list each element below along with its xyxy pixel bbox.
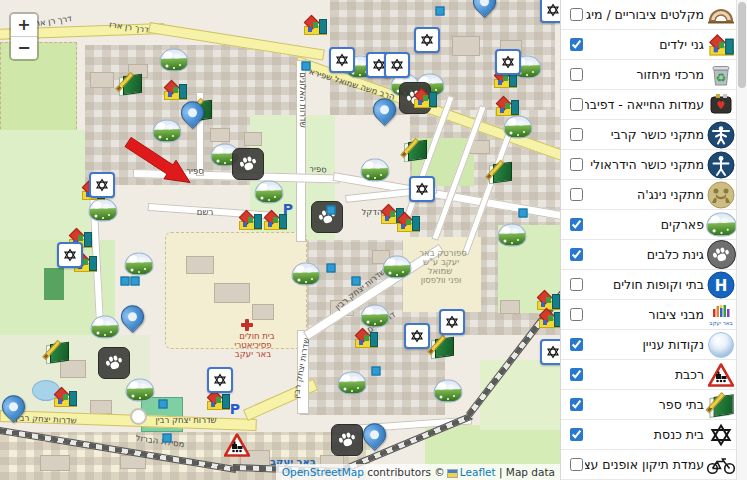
park-marker[interactable] [125, 253, 154, 276]
layer-checkbox[interactable] [570, 428, 583, 441]
kindergarten-marker[interactable] [413, 89, 437, 107]
layer-row-14[interactable]: בית כנסת [561, 420, 737, 450]
synagogue-marker[interactable] [207, 367, 233, 393]
poi-node[interactable] [121, 277, 130, 286]
layer-checkbox[interactable] [570, 68, 583, 81]
kindergarten-marker[interactable] [53, 388, 77, 406]
park-marker[interactable] [361, 305, 390, 328]
railway-crossing-marker[interactable] [224, 433, 250, 461]
synagogue-marker[interactable] [404, 323, 430, 349]
pin-marker[interactable] [120, 304, 144, 334]
pin-marker[interactable] [362, 422, 386, 452]
poi-node[interactable] [327, 206, 336, 215]
park-marker[interactable] [255, 181, 284, 204]
layer-checkbox[interactable] [570, 38, 583, 51]
kindergarten-marker[interactable] [538, 309, 560, 327]
layer-checkbox[interactable] [570, 8, 583, 21]
layer-row-6[interactable]: מתקני נינג'ה [561, 180, 737, 210]
kindergarten-marker[interactable] [495, 97, 519, 115]
park-marker[interactable] [361, 159, 390, 182]
layer-checkbox[interactable] [570, 188, 583, 201]
school-marker[interactable] [117, 72, 143, 96]
poi-node[interactable] [519, 209, 528, 218]
park-marker[interactable] [91, 316, 120, 339]
parking-label[interactable]: P [230, 399, 240, 418]
layer-row-13[interactable]: בתי ספר [561, 390, 737, 420]
synagogue-marker[interactable] [414, 27, 440, 53]
park-marker[interactable] [383, 256, 412, 279]
synagogue-marker[interactable] [439, 309, 465, 335]
layer-row-11[interactable]: נקודות עניין [561, 330, 737, 360]
park-marker[interactable] [126, 379, 155, 402]
layer-checkbox[interactable] [570, 368, 583, 381]
dog-park-marker[interactable] [232, 148, 264, 180]
layer-row-4[interactable]: מתקני כושר קרבי [561, 120, 737, 150]
synagogue-marker[interactable] [329, 47, 355, 73]
synagogue-marker[interactable] [409, 176, 435, 202]
dog-park-marker[interactable] [331, 424, 363, 456]
kindergarten-marker[interactable] [303, 16, 327, 34]
leaflet-link[interactable]: Leaflet [460, 466, 496, 478]
zoom-out-button[interactable]: − [11, 37, 37, 59]
layer-row-2[interactable]: מרכזי מיחזור♻ [561, 60, 737, 90]
school-marker[interactable] [487, 160, 513, 184]
kindergarten-marker[interactable] [163, 81, 187, 99]
park-marker[interactable] [160, 49, 189, 72]
kindergarten-marker[interactable] [354, 329, 378, 347]
layer-checkbox[interactable] [570, 308, 583, 321]
poi-node[interactable] [163, 434, 172, 443]
kindergarten-marker[interactable] [536, 291, 560, 309]
layer-row-1[interactable]: גני ילדים [561, 30, 737, 60]
park-marker[interactable] [434, 380, 463, 403]
layer-row-9[interactable]: בתי וקופות חוליםH [561, 270, 737, 300]
layer-row-7[interactable]: פארקים [561, 210, 737, 240]
park-marker[interactable] [504, 116, 533, 139]
layer-checkbox[interactable] [570, 128, 583, 141]
layer-checkbox[interactable] [570, 218, 583, 231]
osm-link[interactable]: OpenStreetMap [282, 466, 364, 478]
layer-checkbox[interactable] [570, 398, 583, 411]
layer-checkbox[interactable] [570, 158, 583, 171]
kindergarten-marker[interactable] [238, 211, 262, 229]
synagogue-marker[interactable] [540, 0, 560, 23]
layer-checkbox[interactable] [570, 458, 583, 471]
layer-checkbox[interactable] [570, 338, 583, 351]
park-marker[interactable] [153, 120, 182, 143]
layer-row-12[interactable]: רכבת [561, 360, 737, 390]
kindergarten-marker[interactable] [396, 213, 420, 231]
layer-row-10[interactable]: מבני ציבורבאר יעקב [561, 300, 737, 330]
pin-marker[interactable] [472, 0, 496, 19]
pin-marker[interactable] [180, 100, 204, 130]
poi-node[interactable] [302, 62, 311, 71]
layer-row-8[interactable]: גינת כלבים [561, 240, 737, 270]
poi-node[interactable] [327, 264, 336, 273]
synagogue-marker[interactable] [495, 49, 521, 75]
layer-checkbox[interactable] [570, 248, 583, 261]
parking-label[interactable]: P [283, 199, 293, 218]
poi-node[interactable] [436, 7, 445, 16]
school-marker[interactable] [44, 340, 70, 364]
layer-row-15[interactable]: עמדת תיקון אופנים עצמי [561, 450, 737, 480]
synagogue-marker[interactable] [540, 339, 560, 365]
poi-node[interactable] [352, 277, 361, 286]
poi-node[interactable] [372, 367, 381, 376]
pin-marker[interactable] [1, 394, 25, 424]
school-marker[interactable] [429, 335, 455, 359]
park-marker[interactable] [498, 224, 527, 247]
synagogue-marker[interactable] [384, 52, 410, 78]
school-marker[interactable] [402, 138, 428, 162]
park-marker[interactable] [89, 199, 118, 222]
dog-park-marker[interactable] [98, 347, 130, 379]
synagogue-marker[interactable] [89, 172, 115, 198]
pin-marker[interactable] [372, 97, 396, 127]
layer-row-3[interactable]: עמדות החייאה - דפיברילטורים [561, 90, 737, 120]
poi-node[interactable] [131, 277, 140, 286]
scrollbar-thumb[interactable] [738, 2, 746, 88]
park-marker[interactable] [338, 372, 367, 395]
layer-row-5[interactable]: מתקני כושר הידראולי [561, 150, 737, 180]
zoom-in-button[interactable]: + [11, 14, 37, 37]
layer-checkbox[interactable] [570, 278, 583, 291]
park-marker[interactable] [292, 263, 321, 286]
poi-node[interactable] [159, 400, 168, 409]
scrollbar-track[interactable] [736, 0, 747, 480]
